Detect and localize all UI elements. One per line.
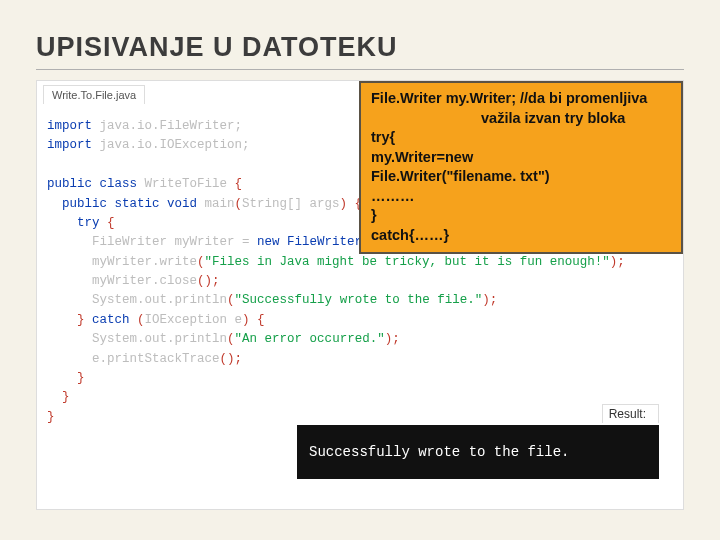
code-token: println xyxy=(175,293,228,307)
code-token: out xyxy=(145,332,168,346)
code-token xyxy=(47,274,92,288)
code-token: import xyxy=(47,119,92,133)
code-token: ( xyxy=(235,197,243,211)
code-token: } xyxy=(62,390,70,404)
code-token: new FileWriter xyxy=(257,235,362,249)
code-token: "Successfully wrote to the file." xyxy=(235,293,483,307)
code-token: ( xyxy=(197,255,205,269)
code-token: printStackTrace xyxy=(107,352,220,366)
code-token: myWriter xyxy=(92,255,152,269)
code-token: { xyxy=(227,177,242,191)
code-token: try xyxy=(47,216,107,230)
code-token: (); xyxy=(220,352,243,366)
code-token: ); xyxy=(482,293,497,307)
code-token: IOException xyxy=(160,138,243,152)
code-token: . xyxy=(137,332,145,346)
code-token xyxy=(47,352,92,366)
code-token: . xyxy=(167,293,175,307)
code-token: FileWriter myWriter xyxy=(92,235,235,249)
annotation-callout: File.Writer my.Writer; //da bi promenlji… xyxy=(359,81,683,254)
callout-line: my.Writer=new xyxy=(371,148,671,168)
code-token xyxy=(47,390,62,404)
code-token: args xyxy=(310,197,340,211)
code-token: ; xyxy=(235,119,243,133)
code-token: ) { xyxy=(242,313,265,327)
code-token: } xyxy=(77,371,85,385)
console-text: Successfully wrote to the file. xyxy=(309,444,569,460)
code-token: } xyxy=(47,410,55,424)
code-token: ); xyxy=(385,332,400,346)
code-token: write xyxy=(160,255,198,269)
code-token: println xyxy=(175,332,228,346)
content-area: Write.To.File.java import java.io.FileWr… xyxy=(36,80,684,510)
callout-line: try{ xyxy=(371,128,671,148)
code-token xyxy=(47,235,92,249)
code-token: } xyxy=(77,313,85,327)
code-token: java.io. xyxy=(92,138,160,152)
code-token xyxy=(47,313,77,327)
code-token: myWriter xyxy=(92,274,152,288)
code-token: ( xyxy=(227,332,235,346)
callout-line: ……… xyxy=(371,187,671,207)
code-token: close xyxy=(160,274,198,288)
code-token: catch xyxy=(85,313,138,327)
callout-line: važila izvan try bloka xyxy=(371,109,671,129)
code-token: main xyxy=(205,197,235,211)
code-token: { xyxy=(107,216,115,230)
callout-line: } xyxy=(371,206,671,226)
code-token xyxy=(47,371,77,385)
code-token: (); xyxy=(197,274,220,288)
code-token: ( xyxy=(137,313,145,327)
code-token: System xyxy=(92,332,137,346)
code-token: ( xyxy=(227,293,235,307)
code-token: public class xyxy=(47,177,145,191)
code-token: System xyxy=(92,293,137,307)
code-token: out xyxy=(145,293,168,307)
code-token: FileWriter xyxy=(160,119,235,133)
code-token: . xyxy=(152,274,160,288)
code-token: e xyxy=(92,352,100,366)
code-token: ); xyxy=(610,255,625,269)
code-token xyxy=(47,255,92,269)
code-token: String xyxy=(242,197,287,211)
code-token: public static void xyxy=(47,197,205,211)
code-token: java.io. xyxy=(92,119,160,133)
code-token: [] xyxy=(287,197,310,211)
callout-line: File.Writer my.Writer; //da bi promenlji… xyxy=(371,89,671,109)
code-token: . xyxy=(100,352,108,366)
callout-line: catch{……} xyxy=(371,226,671,246)
code-token: "An error occurred." xyxy=(235,332,385,346)
console-output: Successfully wrote to the file. xyxy=(297,425,659,479)
code-token: . xyxy=(137,293,145,307)
code-token: ; xyxy=(242,138,250,152)
code-token xyxy=(47,332,92,346)
slide: UPISIVANJE U DATOTEKU Write.To.File.java… xyxy=(0,0,720,540)
code-token: = xyxy=(235,235,258,249)
code-token: . xyxy=(152,255,160,269)
result-label: Result: xyxy=(602,404,659,423)
code-token: "Files in Java might be tricky, but it i… xyxy=(205,255,610,269)
callout-line: File.Writer("filename. txt") xyxy=(371,167,671,187)
code-token xyxy=(47,293,92,307)
code-token: import xyxy=(47,138,92,152)
slide-title: UPISIVANJE U DATOTEKU xyxy=(36,32,684,70)
code-token: . xyxy=(167,332,175,346)
code-token: WriteToFile xyxy=(145,177,228,191)
file-tab: Write.To.File.java xyxy=(43,85,145,104)
code-token: IOException e xyxy=(145,313,243,327)
